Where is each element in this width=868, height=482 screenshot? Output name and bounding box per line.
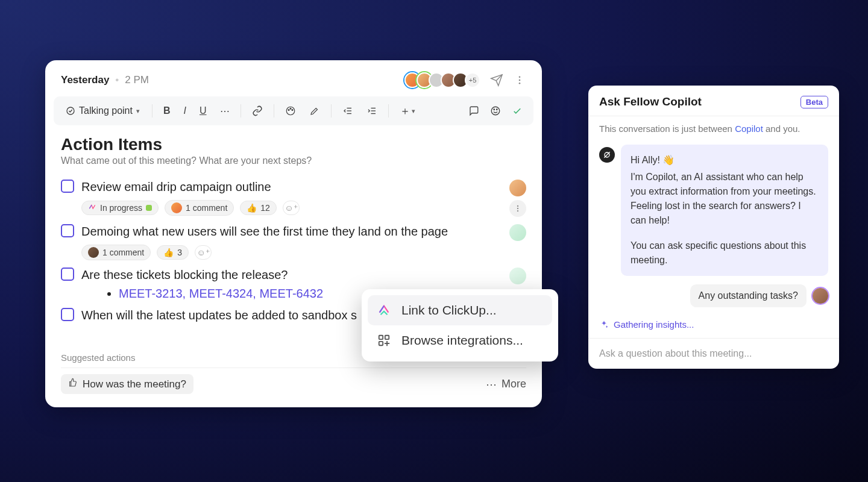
item-text[interactable]: Demoing what new users will see the firs… [81,223,502,240]
checkbox[interactable] [61,224,74,237]
user-avatar [813,288,828,304]
action-item-row: ⋮⋮ Review email drip campaign outline In… [61,178,526,217]
reaction-count: 12 [260,203,270,213]
copilot-message: Hi Ally! 👋 I'm Copilot, an AI assistant … [599,145,828,276]
highlight-button[interactable] [306,103,324,119]
link-button[interactable] [248,103,266,119]
svg-point-3 [67,107,74,114]
bold-button[interactable]: B [160,103,174,119]
kebab-menu-icon[interactable] [513,74,526,87]
add-button[interactable]: ＋▾ [396,101,419,120]
section-subtitle: What came out of this meeting? What are … [61,155,526,166]
menu-item-label: Browse integrations... [401,333,523,348]
svg-point-17 [517,205,518,207]
copilot-title: Ask Fellow Copilot [599,95,702,108]
checkbox[interactable] [61,308,74,321]
browse-integrations-item[interactable]: Browse integrations... [368,325,552,355]
italic-button[interactable]: I [180,103,190,119]
checkbox[interactable] [61,180,74,193]
section-title: Action Items [61,135,526,154]
header-right: +5 [408,72,526,88]
ticket-link[interactable]: MEET-3213, MEET-4324, MEET-6432 [119,287,323,300]
status-dot [146,205,152,211]
svg-point-14 [491,107,500,115]
comment-chip[interactable]: 1 comment [81,245,151,260]
how-was-meeting-label: How was the meeting? [83,378,186,390]
copilot-bubble: Hi Ally! 👋 I'm Copilot, an AI assistant … [621,145,828,276]
indent-increase-button[interactable] [363,103,381,119]
block-type-label: Talking point [79,105,133,116]
row-more-button[interactable] [509,200,526,217]
card-header: Yesterday • 2 PM +5 [45,60,542,96]
copilot-privacy-note: This conversation is just between Copilo… [588,116,839,141]
reaction-chip[interactable]: 👍 12 [240,201,277,215]
copilot-input-area[interactable] [588,338,839,369]
avatar-overflow[interactable]: +5 [465,72,480,88]
how-was-meeting-button[interactable]: How was the meeting? [61,374,193,394]
copilot-avatar-icon [599,147,615,163]
svg-rect-21 [385,336,389,339]
date-time: Yesterday • 2 PM [61,74,149,86]
copilot-link[interactable]: Copilot [735,124,763,134]
svg-point-1 [519,80,521,81]
formatting-toolbar: Talking point ▾ B I U ⋯ [54,96,533,125]
gathering-insights-status: Gathering insights... [588,315,839,338]
thumbs-up-icon: 👍 [247,203,257,213]
copilot-input[interactable] [599,348,828,359]
time-label: 2 PM [125,74,149,86]
add-reaction-button[interactable]: ☺⁺ [283,201,300,215]
avatar [88,247,99,258]
svg-point-7 [292,110,293,111]
svg-point-18 [517,208,518,209]
link-to-clickup-item[interactable]: Link to ClickUp... [368,295,552,325]
copilot-intro-1: I'm Copilot, an AI assistant who can hel… [631,170,819,228]
reaction-count: 3 [177,248,182,257]
user-message-bubble: Any outstanding tasks? [690,284,807,307]
checkbox[interactable] [61,268,74,281]
user-message-row: Any outstanding tasks? [599,284,828,307]
add-reaction-button[interactable]: ☺⁺ [195,245,212,260]
copilot-intro-2: You can ask specific questions about thi… [631,239,819,268]
svg-point-5 [288,110,289,111]
more-label: More [502,378,526,390]
copilot-header: Ask Fellow Copilot Beta [588,86,839,116]
color-button[interactable] [281,103,300,119]
svg-point-19 [517,210,518,211]
copilot-greeting: Hi Ally! 👋 [631,153,819,167]
copilot-panel: Ask Fellow Copilot Beta This conversatio… [588,86,839,369]
action-item-row: Demoing what new users will see the firs… [61,223,526,260]
gathering-label: Gathering insights... [614,319,694,330]
menu-item-label: Link to ClickUp... [401,303,497,318]
dot-separator: • [115,74,119,86]
comment-count: 1 comment [186,203,227,213]
svg-point-2 [519,83,521,84]
more-button[interactable]: ⋯ More [486,378,526,391]
underline-button[interactable]: U [196,103,210,119]
status-label: In progress [100,203,142,213]
comment-chip[interactable]: 1 comment [165,200,234,216]
emoji-icon[interactable] [486,103,505,119]
thumbs-up-icon [68,378,78,390]
item-text[interactable]: Review email drip campaign outline [81,178,502,195]
item-text[interactable]: Are these tickets blocking the release? [81,266,502,283]
comment-count: 1 comment [102,248,144,257]
confirm-icon[interactable] [508,103,526,119]
date-label: Yesterday [61,74,109,86]
status-chip[interactable]: In progress [81,201,159,215]
svg-rect-20 [379,336,383,339]
participant-avatars[interactable]: +5 [408,72,480,88]
assignee-avatar[interactable] [509,268,526,284]
block-type-dropdown[interactable]: Talking point ▾ [61,103,145,119]
svg-rect-22 [379,342,383,345]
thumbs-up-icon: 👍 [163,248,174,257]
indent-decrease-button[interactable] [339,103,357,119]
assignee-avatar[interactable] [509,224,526,241]
more-formatting-button[interactable]: ⋯ [216,103,233,119]
reaction-chip[interactable]: 👍 3 [157,245,189,260]
sparkle-icon [599,320,609,330]
svg-point-6 [290,108,291,109]
send-icon[interactable] [490,74,503,87]
comment-icon[interactable] [465,103,483,119]
beta-badge: Beta [800,96,828,108]
assignee-avatar[interactable] [509,180,526,196]
